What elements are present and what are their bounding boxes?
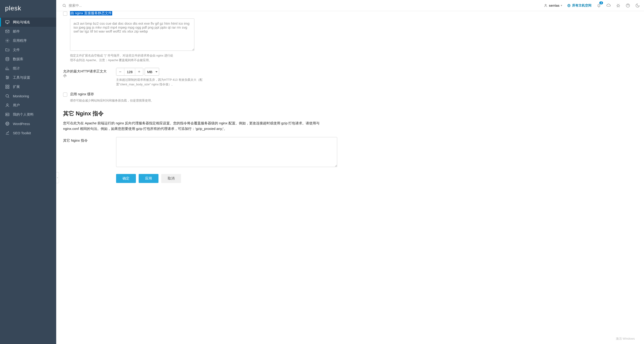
username: serrias <box>549 4 560 7</box>
content-pane: 由 nginx 直接服务静态文件 ac3 avi bmp bz2 css cue… <box>56 11 644 344</box>
svg-rect-9 <box>6 87 7 89</box>
nginx-cache-checkbox[interactable] <box>63 93 67 97</box>
nginx-directives-desc: 您可在此为在 Apache 前端运行的 nginx 反向代理服务器指定相应设置。… <box>63 120 324 131</box>
svg-point-3 <box>6 57 9 59</box>
all-hosting-label: 所有主机空间 <box>572 4 592 8</box>
stepper-decrement[interactable]: − <box>116 68 124 75</box>
nav-wordpress[interactable]: WordPress <box>0 119 56 128</box>
nav-label: 扩展 <box>13 85 20 89</box>
svg-rect-13 <box>6 113 9 116</box>
svg-point-2 <box>7 40 8 41</box>
svg-point-17 <box>545 4 546 5</box>
profile-card-icon <box>5 112 10 117</box>
extensions-hint: 指定文件扩展名由空格或 "|" 符号隔开。对这些文件的请求将会由 nginx 进… <box>70 53 176 62</box>
nav-label: SEO Toolkit <box>13 131 31 135</box>
max-body-unit-select[interactable]: MB <box>145 68 159 76</box>
extensions-textarea[interactable]: ac3 avi bmp bz2 css cue dat doc docx dts… <box>70 19 194 51</box>
ok-button[interactable]: 确定 <box>116 174 136 183</box>
nav-label: 邮件 <box>13 29 20 34</box>
directives-textarea[interactable] <box>116 137 337 167</box>
user-icon <box>5 103 10 107</box>
folder-icon <box>5 48 10 52</box>
chart-up-icon <box>5 131 10 135</box>
svg-rect-10 <box>8 87 9 89</box>
static-files-label: 由 nginx 直接服务静态文件 <box>70 11 112 16</box>
gear-icon <box>5 38 10 43</box>
search-input[interactable] <box>69 4 540 7</box>
svg-point-14 <box>6 114 7 115</box>
nav-stats[interactable]: 统计 <box>0 64 56 73</box>
max-body-stepper: − + <box>116 68 143 76</box>
max-body-label: 允许的最大HTTP请求正文大小 <box>63 68 109 78</box>
cancel-button[interactable]: 取消 <box>161 174 181 183</box>
nav-label: 数据库 <box>13 57 23 61</box>
stats-icon <box>5 66 10 71</box>
nav-label: 网站与域名 <box>13 20 30 25</box>
svg-point-4 <box>6 76 7 77</box>
svg-point-5 <box>8 77 8 78</box>
all-hosting-link[interactable]: 所有主机空间 <box>567 4 592 8</box>
nginx-directives-title: 其它 Nginx 指令 <box>63 110 637 117</box>
sliders-icon <box>5 75 10 80</box>
nav-label: 我的个人资料 <box>13 112 34 117</box>
nav-databases[interactable]: 数据库 <box>0 54 56 64</box>
sidebar: plesk 网站与域名 邮件 应用程序 文件 数据库 <box>0 0 56 344</box>
svg-point-16 <box>63 4 66 7</box>
help-icon[interactable] <box>626 3 630 8</box>
nav-label: Monitoring <box>13 94 29 98</box>
database-icon <box>5 57 10 61</box>
mail-icon <box>5 29 10 34</box>
person-icon <box>544 4 548 7</box>
nginx-cache-hint: 缓存可能会减少网站响应时间和服务器负载，但是需慎重使用。 <box>70 98 154 103</box>
topbar: serrias ▾ 所有主机空间 2 <box>56 0 644 11</box>
nav-label: 文件 <box>13 48 20 52</box>
bug-icon[interactable] <box>616 3 620 8</box>
nav-tools[interactable]: 工具与设置 <box>0 73 56 82</box>
max-body-hint: 主体超过限制的请求将被丢弃，因为HTTP 413 有效负载太大（配置"clien… <box>116 78 204 87</box>
svg-point-19 <box>617 5 619 7</box>
nav-label: 用户 <box>13 103 20 107</box>
search-icon <box>5 94 10 98</box>
nav-extensions[interactable]: 扩展 <box>0 82 56 91</box>
grid-icon <box>5 84 10 89</box>
svg-rect-7 <box>6 85 7 87</box>
svg-point-11 <box>6 94 8 97</box>
monitor-icon <box>5 20 10 25</box>
nav-apps[interactable]: 应用程序 <box>0 36 56 45</box>
cloud-icon[interactable] <box>606 3 611 8</box>
stepper-increment[interactable]: + <box>135 68 143 75</box>
static-files-checkbox[interactable] <box>63 12 67 16</box>
nav-files[interactable]: 文件 <box>0 45 56 54</box>
globe-icon <box>567 4 571 7</box>
nav-seo[interactable]: SEO Toolkit <box>0 128 56 137</box>
svg-point-12 <box>7 104 8 105</box>
nav-label: 统计 <box>13 66 20 71</box>
svg-rect-8 <box>8 85 9 87</box>
svg-point-6 <box>7 78 7 79</box>
nav-monitoring[interactable]: Monitoring <box>0 91 56 101</box>
nav-mail[interactable]: 邮件 <box>0 27 56 36</box>
max-body-input[interactable] <box>124 68 135 75</box>
wordpress-icon <box>5 121 10 126</box>
nav-label: WordPress <box>13 122 30 126</box>
nav-label: 应用程序 <box>13 39 27 43</box>
brand-logo: plesk <box>0 0 56 18</box>
svg-rect-0 <box>6 21 9 23</box>
notification-badge: 2 <box>599 2 603 5</box>
nav-label: 工具与设置 <box>13 75 30 80</box>
apply-button[interactable]: 应用 <box>139 174 158 183</box>
nav-websites[interactable]: 网站与域名 <box>0 18 56 27</box>
nav-list: 网站与域名 邮件 应用程序 文件 数据库 统计 <box>0 18 56 137</box>
notifications-button[interactable]: 2 <box>596 3 601 8</box>
chevron-down-icon: ▾ <box>561 4 562 7</box>
directives-label: 其它 Nginx 指令 <box>63 137 109 143</box>
theme-icon[interactable] <box>635 3 640 8</box>
sidebar-collapse-handle[interactable]: ‹ <box>56 172 59 183</box>
svg-rect-1 <box>6 30 9 33</box>
nav-users[interactable]: 用户 <box>0 101 56 110</box>
nav-profile[interactable]: 我的个人资料 <box>0 110 56 119</box>
user-menu[interactable]: serrias ▾ <box>544 4 562 7</box>
nginx-cache-label: 启用 nginx 缓存 <box>70 92 154 96</box>
search-icon <box>62 4 66 8</box>
